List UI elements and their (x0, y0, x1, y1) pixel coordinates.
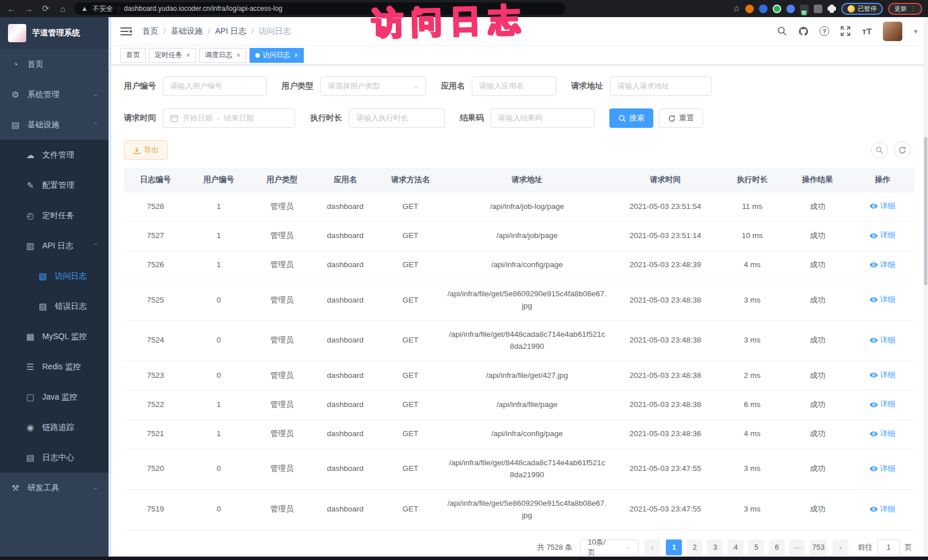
user-avatar[interactable] (883, 22, 902, 41)
sidebar-item-error-log[interactable]: ▨错误日志 (0, 291, 109, 321)
bookmark-star-icon[interactable]: ☆ (733, 4, 740, 13)
more-pages-button[interactable]: ··· (789, 539, 805, 555)
next-page-button[interactable]: › (833, 539, 849, 555)
cell-user-type: 管理员 (250, 192, 314, 221)
detail-link[interactable]: 详细 (870, 335, 895, 347)
fullscreen-icon[interactable] (839, 26, 851, 37)
result-code-input[interactable]: 请输入结果码 (491, 108, 594, 128)
sidebar-item-access-log[interactable]: ▧访问日志 (0, 261, 109, 291)
export-button[interactable]: 导出 (124, 140, 168, 160)
sidebar-item-devtools[interactable]: ⚒研发工具⌄ (0, 473, 109, 503)
detail-link[interactable]: 详细 (870, 428, 895, 440)
date-range-picker[interactable]: 开始日期 - 结束日期 (163, 108, 295, 128)
search-button[interactable]: 搜索 (609, 108, 653, 128)
breadcrumb-api-log[interactable]: API 日志 (215, 26, 246, 37)
duration-input[interactable]: 请输入执行时长 (349, 108, 445, 128)
breadcrumb-infra[interactable]: 基础设施 (171, 26, 203, 37)
sidebar-item-mysql[interactable]: ▦MySQL 监控 (0, 321, 109, 352)
sidebar-item-config[interactable]: ✎配置管理 (0, 170, 109, 200)
extension-icon[interactable] (773, 5, 781, 13)
home-icon[interactable]: ⌂ (57, 4, 69, 14)
app-name-input[interactable]: 请输入应用名 (472, 76, 556, 96)
close-icon[interactable]: × (236, 51, 240, 59)
extensions-puzzle-icon[interactable] (827, 5, 836, 13)
cell-request-time: 2021-05-03 23:48:38 (610, 280, 721, 321)
address-bar[interactable]: ▲ 不安全 | dashboard.yudao.iocoder.cn/infra… (74, 2, 565, 15)
extension-icon[interactable] (759, 5, 768, 13)
breadcrumb-current: 访问日志 (259, 26, 291, 37)
menu-kebab-icon[interactable]: ⋮ (910, 5, 916, 13)
extension-icon[interactable] (814, 5, 822, 13)
detail-link[interactable]: 详细 (870, 294, 895, 306)
prev-page-button[interactable]: ‹ (644, 539, 660, 555)
detail-link[interactable]: 详细 (870, 463, 895, 475)
sidebar-item-java[interactable]: ▢Java 监控 (0, 382, 109, 412)
user-id-input[interactable]: 请输入用户编号 (163, 76, 267, 96)
font-size-icon[interactable]: ᴛT (861, 26, 873, 37)
sidebar-item-infra[interactable]: ▤基础设施⌃ (0, 110, 109, 140)
reload-icon[interactable]: ⟳ (40, 3, 51, 14)
close-icon[interactable]: × (294, 51, 298, 59)
update-button[interactable]: 更新⋮ (888, 3, 922, 15)
sidebar-item-redis[interactable]: ☰Redis 监控 (0, 352, 109, 382)
browser-toolbar: ← → ⟳ ⌂ ▲ 不安全 | dashboard.yudao.iocoder.… (0, 0, 928, 17)
page-button-4[interactable]: 4 (728, 539, 744, 555)
sidebar-item-job[interactable]: ◴定时任务 (0, 200, 109, 231)
detail-link[interactable]: 详细 (870, 369, 895, 381)
sidebar-item-label: 链路追踪 (42, 422, 74, 433)
scrollbar-thumb[interactable] (924, 137, 927, 285)
help-icon[interactable]: ? (819, 26, 829, 36)
eye-icon (870, 233, 878, 239)
detail-link[interactable]: 详细 (870, 398, 895, 410)
translate-extension-icon[interactable]: 翻 (800, 5, 809, 13)
page-button-5[interactable]: 5 (748, 539, 764, 555)
page-button-1[interactable]: 1 (666, 539, 682, 555)
sidebar-item-system[interactable]: ⚙系统管理⌄ (0, 79, 109, 110)
close-icon[interactable]: × (186, 51, 190, 59)
extension-icon[interactable] (745, 5, 754, 13)
extension-icon[interactable] (786, 5, 795, 13)
page-button-6[interactable]: 6 (769, 539, 785, 555)
reset-button[interactable]: 重置 (659, 108, 703, 128)
sidebar-item-label: Java 监控 (42, 392, 77, 402)
page-button-753[interactable]: 753 (810, 539, 827, 555)
detail-link-label: 详细 (880, 398, 895, 410)
detail-link[interactable]: 详细 (870, 229, 895, 241)
search-icon[interactable] (776, 26, 788, 37)
request-url-input[interactable]: 请输入请求地址 (610, 76, 712, 96)
github-icon[interactable] (798, 26, 809, 37)
detail-link-label: 详细 (880, 503, 895, 515)
user-type-select[interactable]: 请选择用户类型⌄ (320, 76, 426, 96)
page-button-3[interactable]: 3 (707, 539, 723, 555)
tab-job[interactable]: 定时任务× (149, 48, 196, 63)
back-icon[interactable]: ← (6, 4, 17, 14)
page-button-2[interactable]: 2 (686, 539, 702, 555)
goto-page-input[interactable]: 1 (877, 539, 900, 555)
tab-home[interactable]: 首页 (120, 48, 146, 63)
page-size-select[interactable]: 10条/页⌄ (580, 539, 638, 555)
forward-icon[interactable]: → (23, 4, 34, 14)
cell-result: 成功 (784, 251, 851, 280)
cell-result: 成功 (784, 192, 851, 221)
sidebar-item-file[interactable]: ☁文件管理 (0, 140, 109, 170)
detail-link[interactable]: 详细 (870, 259, 895, 271)
sidebar-item-api-log[interactable]: ▥API 日志⌃ (0, 231, 109, 261)
toggle-search-button[interactable] (871, 142, 888, 159)
logo[interactable]: 芋道管理系统 (0, 17, 109, 49)
col-user-type: 用户类型 (250, 168, 314, 192)
refresh-button[interactable] (894, 142, 911, 159)
sidebar: 芋道管理系统 ◔首页 ⚙系统管理⌄ ▤基础设施⌃ ☁文件管理 ✎配置管理 ◴定时… (0, 17, 109, 557)
detail-link[interactable]: 详细 (870, 200, 895, 212)
scrollbar[interactable] (923, 17, 928, 557)
profile-paused-pill[interactable]: 已暂停 (841, 3, 883, 15)
sidebar-item-trace[interactable]: ◉链路追踪 (0, 412, 109, 442)
sidebar-item-log-center[interactable]: ▤日志中心 (0, 442, 109, 473)
breadcrumb-home[interactable]: 首页 (142, 26, 158, 37)
tab-job-log[interactable]: 调度日志× (199, 48, 246, 63)
caret-down-icon[interactable]: ▼ (913, 28, 919, 35)
tab-access-log[interactable]: 访问日志× (250, 48, 304, 63)
hamburger-icon[interactable] (120, 27, 133, 36)
col-app-name: 应用名 (314, 168, 377, 192)
detail-link[interactable]: 详细 (870, 503, 895, 515)
sidebar-item-home[interactable]: ◔首页 (0, 49, 109, 79)
